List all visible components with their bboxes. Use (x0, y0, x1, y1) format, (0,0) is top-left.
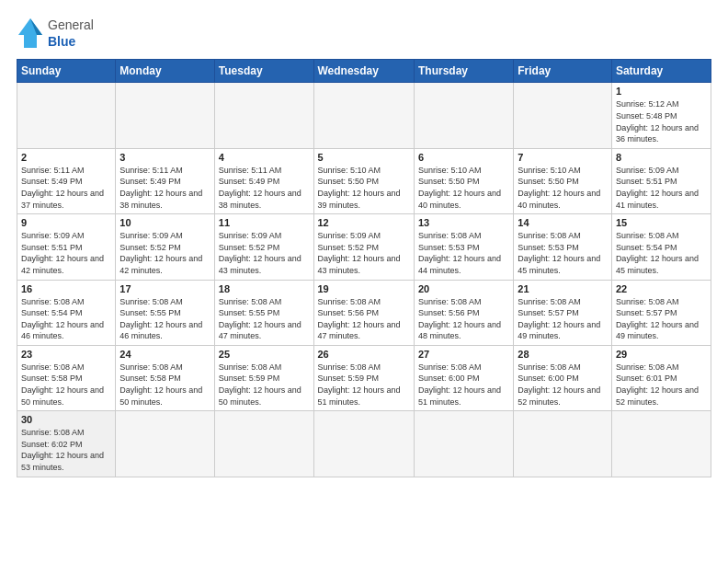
day-number: 3 (119, 152, 210, 163)
day-info: Sunrise: 5:08 AMSunset: 5:54 PMDaylight:… (616, 230, 707, 276)
day-info: Sunrise: 5:11 AMSunset: 5:49 PMDaylight:… (219, 165, 310, 211)
day-info: Sunrise: 5:08 AMSunset: 5:58 PMDaylight:… (119, 362, 210, 408)
calendar-week-2: 2Sunrise: 5:11 AMSunset: 5:49 PMDaylight… (17, 148, 711, 213)
day-number: 6 (418, 152, 509, 163)
weekday-header-saturday: Saturday (611, 60, 711, 83)
day-info: Sunrise: 5:08 AMSunset: 5:55 PMDaylight:… (119, 296, 210, 342)
logo-triangle-icon (17, 17, 44, 50)
day-info: Sunrise: 5:08 AMSunset: 5:58 PMDaylight:… (21, 362, 111, 408)
calendar-cell: 18Sunrise: 5:08 AMSunset: 5:55 PMDayligh… (214, 280, 313, 345)
calendar-cell: 11Sunrise: 5:09 AMSunset: 5:52 PMDayligh… (214, 214, 313, 280)
day-info: Sunrise: 5:09 AMSunset: 5:51 PMDaylight:… (21, 230, 111, 276)
weekday-header-monday: Monday (116, 60, 214, 83)
day-info: Sunrise: 5:11 AMSunset: 5:49 PMDaylight:… (21, 165, 111, 211)
calendar-cell (414, 411, 513, 477)
calendar-week-3: 9Sunrise: 5:09 AMSunset: 5:51 PMDaylight… (17, 214, 711, 280)
day-number: 15 (616, 217, 707, 228)
day-number: 13 (418, 217, 509, 228)
weekday-header-row: SundayMondayTuesdayWednesdayThursdayFrid… (17, 60, 711, 83)
day-number: 1 (616, 86, 707, 97)
day-number: 26 (318, 349, 410, 360)
day-info: Sunrise: 5:08 AMSunset: 5:59 PMDaylight:… (219, 362, 310, 408)
day-number: 23 (21, 349, 111, 360)
day-info: Sunrise: 5:08 AMSunset: 5:53 PMDaylight:… (418, 230, 509, 276)
calendar-cell: 15Sunrise: 5:08 AMSunset: 5:54 PMDayligh… (611, 214, 711, 280)
day-number: 11 (219, 217, 310, 228)
day-info: Sunrise: 5:09 AMSunset: 5:52 PMDaylight:… (318, 230, 410, 276)
day-number: 27 (418, 349, 509, 360)
calendar-cell: 12Sunrise: 5:09 AMSunset: 5:52 PMDayligh… (313, 214, 414, 280)
day-number: 18 (219, 283, 310, 294)
day-number: 28 (518, 349, 608, 360)
calendar-cell: 13Sunrise: 5:08 AMSunset: 5:53 PMDayligh… (414, 214, 513, 280)
calendar-cell: 7Sunrise: 5:10 AMSunset: 5:50 PMDaylight… (514, 148, 612, 213)
calendar-cell: 29Sunrise: 5:08 AMSunset: 6:01 PMDayligh… (611, 345, 711, 410)
logo-general: General (48, 17, 94, 33)
calendar-cell: 30Sunrise: 5:08 AMSunset: 6:02 PMDayligh… (17, 411, 116, 477)
day-number: 24 (119, 349, 210, 360)
day-info: Sunrise: 5:10 AMSunset: 5:50 PMDaylight:… (318, 165, 410, 211)
calendar-table: SundayMondayTuesdayWednesdayThursdayFrid… (17, 59, 711, 477)
day-info: Sunrise: 5:08 AMSunset: 5:53 PMDaylight:… (518, 230, 608, 276)
calendar-cell: 3Sunrise: 5:11 AMSunset: 5:49 PMDaylight… (116, 148, 214, 213)
day-number: 2 (21, 152, 111, 163)
calendar-cell (514, 83, 612, 148)
day-info: Sunrise: 5:11 AMSunset: 5:49 PMDaylight:… (119, 165, 210, 211)
calendar-cell: 25Sunrise: 5:08 AMSunset: 5:59 PMDayligh… (214, 345, 313, 410)
calendar-cell: 27Sunrise: 5:08 AMSunset: 6:00 PMDayligh… (414, 345, 513, 410)
day-info: Sunrise: 5:08 AMSunset: 6:00 PMDaylight:… (418, 362, 509, 408)
calendar-week-4: 16Sunrise: 5:08 AMSunset: 5:54 PMDayligh… (17, 280, 711, 345)
calendar-cell (116, 83, 214, 148)
weekday-header-sunday: Sunday (17, 60, 116, 83)
calendar-cell: 20Sunrise: 5:08 AMSunset: 5:56 PMDayligh… (414, 280, 513, 345)
calendar-cell (214, 83, 313, 148)
day-info: Sunrise: 5:09 AMSunset: 5:52 PMDaylight:… (219, 230, 310, 276)
day-info: Sunrise: 5:10 AMSunset: 5:50 PMDaylight:… (518, 165, 608, 211)
weekday-header-friday: Friday (514, 60, 612, 83)
weekday-header-tuesday: Tuesday (214, 60, 313, 83)
logo: General Blue (17, 17, 94, 50)
day-info: Sunrise: 5:08 AMSunset: 5:59 PMDaylight:… (318, 362, 410, 408)
day-number: 4 (219, 152, 310, 163)
calendar-cell (611, 411, 711, 477)
calendar-cell: 4Sunrise: 5:11 AMSunset: 5:49 PMDaylight… (214, 148, 313, 213)
page: General Blue SundayMondayTuesdayWednesda… (0, 0, 728, 563)
day-number: 7 (518, 152, 608, 163)
calendar-cell: 26Sunrise: 5:08 AMSunset: 5:59 PMDayligh… (313, 345, 414, 410)
day-info: Sunrise: 5:09 AMSunset: 5:52 PMDaylight:… (119, 230, 210, 276)
day-number: 19 (318, 283, 410, 294)
calendar-cell: 21Sunrise: 5:08 AMSunset: 5:57 PMDayligh… (514, 280, 612, 345)
calendar-cell (214, 411, 313, 477)
calendar-cell: 6Sunrise: 5:10 AMSunset: 5:50 PMDaylight… (414, 148, 513, 213)
calendar-cell: 14Sunrise: 5:08 AMSunset: 5:53 PMDayligh… (514, 214, 612, 280)
day-number: 8 (616, 152, 707, 163)
day-number: 29 (616, 349, 707, 360)
calendar-week-1: 1Sunrise: 5:12 AMSunset: 5:48 PMDaylight… (17, 83, 711, 148)
calendar-cell: 1Sunrise: 5:12 AMSunset: 5:48 PMDaylight… (611, 83, 711, 148)
day-number: 9 (21, 217, 111, 228)
day-info: Sunrise: 5:09 AMSunset: 5:51 PMDaylight:… (616, 165, 707, 211)
calendar-cell: 22Sunrise: 5:08 AMSunset: 5:57 PMDayligh… (611, 280, 711, 345)
day-info: Sunrise: 5:08 AMSunset: 6:00 PMDaylight:… (518, 362, 608, 408)
calendar-week-5: 23Sunrise: 5:08 AMSunset: 5:58 PMDayligh… (17, 345, 711, 410)
day-number: 21 (518, 283, 608, 294)
calendar-cell: 24Sunrise: 5:08 AMSunset: 5:58 PMDayligh… (116, 345, 214, 410)
calendar-cell: 2Sunrise: 5:11 AMSunset: 5:49 PMDaylight… (17, 148, 116, 213)
calendar-cell: 23Sunrise: 5:08 AMSunset: 5:58 PMDayligh… (17, 345, 116, 410)
weekday-header-thursday: Thursday (414, 60, 513, 83)
calendar-cell: 9Sunrise: 5:09 AMSunset: 5:51 PMDaylight… (17, 214, 116, 280)
calendar-cell: 16Sunrise: 5:08 AMSunset: 5:54 PMDayligh… (17, 280, 116, 345)
logo-container: General Blue (17, 17, 94, 50)
calendar-cell: 8Sunrise: 5:09 AMSunset: 5:51 PMDaylight… (611, 148, 711, 213)
day-info: Sunrise: 5:08 AMSunset: 5:57 PMDaylight:… (616, 296, 707, 342)
day-number: 10 (119, 217, 210, 228)
day-number: 14 (518, 217, 608, 228)
day-info: Sunrise: 5:08 AMSunset: 5:56 PMDaylight:… (318, 296, 410, 342)
day-info: Sunrise: 5:08 AMSunset: 5:56 PMDaylight:… (418, 296, 509, 342)
weekday-header-wednesday: Wednesday (313, 60, 414, 83)
calendar-week-6: 30Sunrise: 5:08 AMSunset: 6:02 PMDayligh… (17, 411, 711, 477)
calendar-cell: 17Sunrise: 5:08 AMSunset: 5:55 PMDayligh… (116, 280, 214, 345)
calendar-cell: 28Sunrise: 5:08 AMSunset: 6:00 PMDayligh… (514, 345, 612, 410)
day-number: 25 (219, 349, 310, 360)
day-number: 20 (418, 283, 509, 294)
